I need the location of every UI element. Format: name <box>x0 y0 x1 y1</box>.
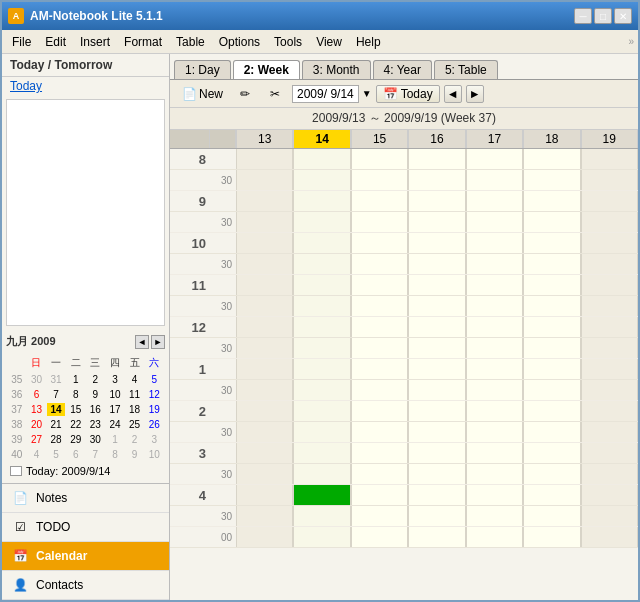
calendar-cell[interactable] <box>581 338 638 358</box>
mini-cal-day[interactable]: 15 <box>67 403 85 416</box>
calendar-cell[interactable] <box>236 317 293 337</box>
calendar-cell[interactable] <box>581 401 638 421</box>
calendar-cell[interactable] <box>408 485 465 505</box>
calendar-cell[interactable] <box>236 212 293 232</box>
mini-cal-next[interactable]: ► <box>151 335 165 349</box>
mini-cal-day[interactable]: 5 <box>47 448 65 461</box>
calendar-cell[interactable] <box>236 233 293 253</box>
calendar-cell[interactable] <box>408 443 465 463</box>
calendar-cell[interactable] <box>236 506 293 526</box>
mini-cal-day[interactable]: 13 <box>28 403 46 416</box>
calendar-cell[interactable] <box>581 233 638 253</box>
calendar-cell[interactable] <box>581 275 638 295</box>
calendar-cell[interactable] <box>293 149 350 169</box>
mini-cal-day[interactable]: 22 <box>67 418 85 431</box>
calendar-cell[interactable] <box>581 380 638 400</box>
tab-month[interactable]: 3: Month <box>302 60 371 79</box>
mini-cal-day[interactable]: 20 <box>28 418 46 431</box>
mini-cal-day[interactable]: 7 <box>87 448 105 461</box>
mini-cal-day[interactable]: 31 <box>47 373 65 386</box>
calendar-cell[interactable] <box>466 149 523 169</box>
mini-cal-day[interactable]: 9 <box>87 388 105 401</box>
calendar-cell[interactable] <box>581 317 638 337</box>
tab-week[interactable]: 2: Week <box>233 60 300 79</box>
calendar-cell[interactable] <box>466 296 523 316</box>
calendar-cell[interactable] <box>581 527 638 547</box>
calendar-cell[interactable] <box>293 527 350 547</box>
calendar-cell[interactable] <box>408 464 465 484</box>
calendar-cell[interactable] <box>523 485 580 505</box>
calendar-cell[interactable] <box>293 275 350 295</box>
calendar-cell[interactable] <box>523 401 580 421</box>
calendar-cell[interactable] <box>581 254 638 274</box>
mini-cal-day[interactable]: 16 <box>87 403 105 416</box>
calendar-cell[interactable] <box>293 317 350 337</box>
calendar-cell[interactable] <box>236 149 293 169</box>
calendar-cell[interactable] <box>466 401 523 421</box>
calendar-cell[interactable] <box>408 212 465 232</box>
calendar-cell[interactable] <box>408 275 465 295</box>
mini-cal-day[interactable]: 8 <box>106 448 124 461</box>
mini-cal-day[interactable]: 24 <box>106 418 124 431</box>
calendar-cell[interactable] <box>581 422 638 442</box>
calendar-cell[interactable] <box>351 317 408 337</box>
calendar-cell[interactable] <box>523 191 580 211</box>
calendar-cell[interactable] <box>523 527 580 547</box>
tab-day[interactable]: 1: Day <box>174 60 231 79</box>
calendar-cell[interactable] <box>293 422 350 442</box>
calendar-cell[interactable] <box>466 233 523 253</box>
menu-format[interactable]: Format <box>118 33 168 51</box>
close-button[interactable]: ✕ <box>614 8 632 24</box>
calendar-cell[interactable] <box>523 254 580 274</box>
calendar-cell[interactable] <box>581 485 638 505</box>
mini-cal-day[interactable]: 17 <box>106 403 124 416</box>
calendar-cell[interactable] <box>293 359 350 379</box>
today-button[interactable]: 📅 Today <box>376 85 440 103</box>
calendar-cell[interactable] <box>351 464 408 484</box>
calendar-cell[interactable] <box>523 380 580 400</box>
calendar-cell[interactable] <box>523 338 580 358</box>
calendar-cell[interactable] <box>466 464 523 484</box>
calendar-cell[interactable] <box>293 401 350 421</box>
calendar-cell[interactable] <box>523 149 580 169</box>
calendar-cell[interactable] <box>293 233 350 253</box>
calendar-cell[interactable] <box>293 380 350 400</box>
sidebar-item-notes[interactable]: 📄 Notes <box>2 484 169 513</box>
mini-cal-day[interactable]: 30 <box>87 433 105 446</box>
calendar-cell[interactable] <box>466 380 523 400</box>
calendar-cell[interactable] <box>236 170 293 190</box>
calendar-cell[interactable] <box>351 485 408 505</box>
calendar-cell[interactable] <box>408 380 465 400</box>
calendar-cell[interactable] <box>408 338 465 358</box>
mini-cal-day[interactable]: 28 <box>47 433 65 446</box>
calendar-cell[interactable] <box>408 401 465 421</box>
calendar-cell[interactable] <box>581 443 638 463</box>
calendar-cell[interactable] <box>293 338 350 358</box>
mini-cal-day[interactable]: 1 <box>106 433 124 446</box>
mini-cal-day[interactable]: 4 <box>126 373 144 386</box>
mini-cal-day[interactable]: 8 <box>67 388 85 401</box>
calendar-cell[interactable] <box>236 338 293 358</box>
menu-table[interactable]: Table <box>170 33 211 51</box>
calendar-cell[interactable] <box>408 233 465 253</box>
calendar-cell[interactable] <box>408 527 465 547</box>
calendar-cell[interactable] <box>523 233 580 253</box>
calendar-cell[interactable] <box>236 485 293 505</box>
calendar-cell[interactable] <box>236 275 293 295</box>
menu-tools[interactable]: Tools <box>268 33 308 51</box>
calendar-cell[interactable] <box>236 443 293 463</box>
mini-cal-day[interactable]: 27 <box>28 433 46 446</box>
calendar-cell[interactable] <box>351 149 408 169</box>
calendar-cell[interactable] <box>351 233 408 253</box>
calendar-cell[interactable] <box>466 191 523 211</box>
calendar-cell[interactable] <box>236 191 293 211</box>
calendar-cell[interactable] <box>351 191 408 211</box>
calendar-cell[interactable] <box>466 422 523 442</box>
mini-cal-day[interactable]: 9 <box>126 448 144 461</box>
mini-cal-day[interactable]: 18 <box>126 403 144 416</box>
calendar-cell[interactable] <box>466 506 523 526</box>
minimize-button[interactable]: ─ <box>574 8 592 24</box>
menu-insert[interactable]: Insert <box>74 33 116 51</box>
calendar-cell[interactable] <box>523 317 580 337</box>
mini-cal-day[interactable]: 1 <box>67 373 85 386</box>
